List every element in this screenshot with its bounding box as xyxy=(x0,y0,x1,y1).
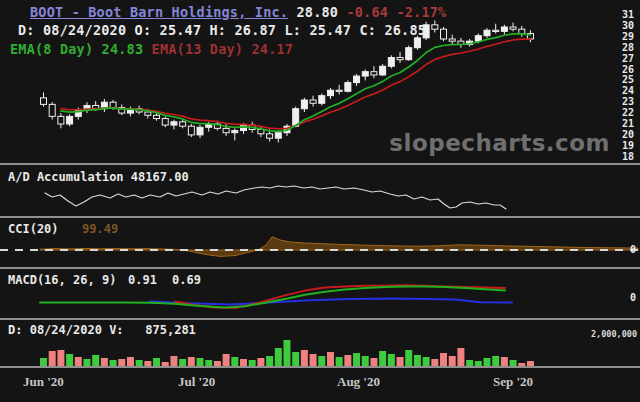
last-price: 28.80 xyxy=(288,4,346,20)
slopecharts-window: slopecharts.com BOOT - Boot Barn Holding… xyxy=(0,0,640,402)
watermark: slopecharts.com xyxy=(389,130,610,156)
ad-label: A/D Accumulation 48167.00 xyxy=(8,170,189,184)
price-tick-label: 31 xyxy=(608,9,634,20)
ema-readout: EMA(8 Day) 24.83 EMA(13 Day) 24.17 xyxy=(10,41,293,57)
ema13-value: 24.17 xyxy=(252,41,294,57)
cci-label: CCI(20) xyxy=(8,222,59,236)
price-tick-label: 22 xyxy=(608,107,634,118)
macd-zero-label: 0 xyxy=(630,292,636,303)
price-tick-label: 26 xyxy=(608,64,634,75)
panel-divider xyxy=(0,163,640,165)
macd-signal-value: 0.69 xyxy=(172,273,201,287)
price-tick-label: 27 xyxy=(608,53,634,64)
x-axis-label: Sep '20 xyxy=(493,374,533,390)
macd-value: 0.91 xyxy=(128,273,157,287)
price-tick-label: 19 xyxy=(608,140,634,151)
cci-value: 99.49 xyxy=(82,222,118,236)
price-tick-label: 21 xyxy=(608,118,634,129)
macd-label: MACD(16, 26, 9) xyxy=(8,273,116,287)
price-tick-label: 18 xyxy=(608,151,634,162)
symbol-link[interactable]: BOOT - Boot Barn Holdings, Inc. xyxy=(30,4,288,20)
price-tick-label: 28 xyxy=(608,42,634,53)
price-tick-label: 24 xyxy=(608,85,634,96)
volume-label: D: 08/24/2020 V: 875,281 xyxy=(8,323,196,337)
price-tick-label: 25 xyxy=(608,74,634,85)
price-change: -0.64 -2.17% xyxy=(346,4,446,20)
ema8-label: EMA(8 Day) xyxy=(10,41,102,57)
volume-scale-label: 2,000,000 xyxy=(591,329,637,339)
title-line: BOOT - Boot Barn Holdings, Inc. 28.80 -0… xyxy=(30,4,446,20)
x-axis-label: Jun '20 xyxy=(23,374,64,390)
price-tick-label: 23 xyxy=(608,96,634,107)
ema13-label: EMA(13 Day) xyxy=(152,41,252,57)
date-axis: Jun '20Jul '20Aug '20Sep '20 xyxy=(0,374,640,402)
price-axis: 3130292827262524232221201918 xyxy=(606,0,640,163)
ohlc-readout: D: 08/24/2020 O: 25.47 H: 26.87 L: 25.47… xyxy=(18,22,426,38)
x-axis-label: Aug '20 xyxy=(337,374,380,390)
price-tick-label: 29 xyxy=(608,31,634,42)
cci-zero-label: 0 xyxy=(630,244,636,255)
panel-divider xyxy=(0,366,640,368)
price-tick-label: 30 xyxy=(608,20,634,31)
price-tick-label: 20 xyxy=(608,129,634,140)
ema8-value: 24.83 xyxy=(102,41,152,57)
x-axis-label: Jul '20 xyxy=(178,374,215,390)
